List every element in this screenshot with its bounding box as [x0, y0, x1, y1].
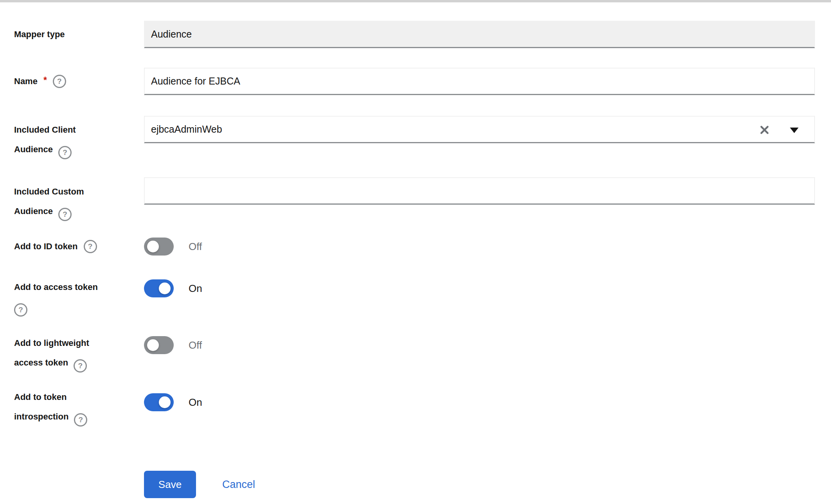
selected-client-audience: ejbcaAdminWeb — [151, 124, 222, 135]
name-label: Name * ? — [14, 68, 66, 95]
add-to-id-token-label: Add to ID token ? — [14, 233, 97, 260]
add-to-token-introspection-switch[interactable] — [144, 393, 174, 411]
add-to-access-token-switch[interactable] — [144, 279, 174, 297]
clear-selection-icon[interactable] — [759, 124, 770, 136]
add-to-token-introspection-label: Add to token introspection? — [14, 387, 87, 427]
add-to-lightweight-access-token-state: Off — [189, 336, 202, 354]
add-to-id-token-state: Off — [189, 238, 202, 256]
help-icon[interactable]: ? — [53, 75, 66, 88]
mapper-type-field — [144, 21, 815, 48]
required-asterisk: * — [43, 75, 47, 86]
help-icon[interactable]: ? — [84, 240, 97, 253]
cancel-button[interactable]: Cancel — [222, 471, 255, 498]
included-custom-audience-label-line2: Audience — [14, 206, 53, 216]
included-custom-audience-label-line1: Included Custom — [14, 187, 84, 196]
switch-knob — [159, 283, 171, 294]
caret-down-icon — [790, 128, 799, 133]
included-custom-audience-label: Included Custom Audience? — [14, 182, 84, 222]
switch-knob — [159, 396, 171, 408]
help-icon[interactable]: ? — [58, 208, 72, 221]
switch-knob — [147, 339, 159, 351]
save-button[interactable]: Save — [144, 471, 196, 498]
included-custom-audience-input[interactable] — [144, 177, 815, 205]
add-to-token-introspection-label-line1: Add to token — [14, 392, 67, 402]
add-to-id-token-switch[interactable] — [144, 238, 174, 256]
add-to-access-token-label-text: Add to access token — [14, 282, 98, 292]
audience-mapper-form: Mapper type Name * ? Included Client Aud… — [0, 0, 831, 504]
name-label-text: Name — [14, 76, 38, 86]
mapper-type-label: Mapper type — [14, 21, 65, 48]
name-input[interactable] — [144, 68, 815, 95]
included-client-audience-label-line1: Included Client — [14, 125, 76, 135]
help-icon[interactable]: ? — [58, 146, 72, 159]
help-icon[interactable]: ? — [14, 303, 27, 317]
included-client-audience-label-line2: Audience — [14, 144, 53, 154]
add-to-token-introspection-state: On — [189, 393, 202, 411]
add-to-lightweight-access-token-label: Add to lightweight access token? — [14, 333, 89, 373]
add-to-access-token-label: Add to access token ? — [14, 277, 98, 317]
add-to-token-introspection-label-line2: introspection — [14, 412, 68, 421]
help-icon[interactable]: ? — [74, 359, 87, 373]
mapper-type-label-text: Mapper type — [14, 29, 65, 40]
included-client-audience-select[interactable]: ejbcaAdminWeb — [144, 116, 815, 143]
add-to-access-token-state: On — [189, 279, 202, 297]
add-to-lightweight-access-token-switch[interactable] — [144, 336, 174, 354]
top-divider — [0, 0, 831, 2]
add-to-lightweight-label-line1: Add to lightweight — [14, 338, 89, 348]
add-to-id-token-label-text: Add to ID token — [14, 241, 78, 252]
included-client-audience-label: Included Client Audience? — [14, 120, 76, 160]
add-to-lightweight-label-line2: access token — [14, 358, 68, 367]
switch-knob — [147, 241, 159, 252]
help-icon[interactable]: ? — [74, 413, 87, 427]
